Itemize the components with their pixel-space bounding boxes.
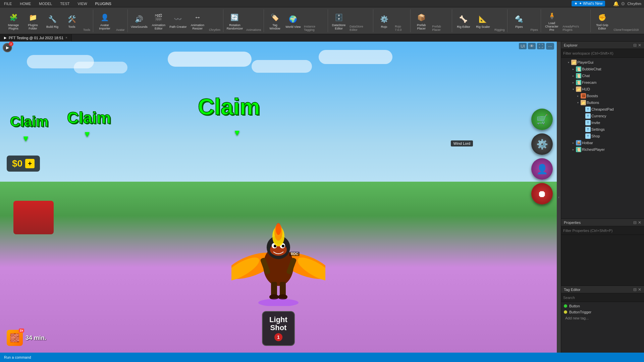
panel-collapse-handle[interactable]: ‹ <box>557 42 561 353</box>
boost-display: 🧱 2x 34 min. <box>7 330 46 346</box>
path-creator-button[interactable]: 〰️ Path Creator <box>169 9 187 32</box>
tag-editor-search-input[interactable] <box>563 293 642 302</box>
tree-item-boosts[interactable]: ▸ 🖼 Boosts <box>561 93 644 99</box>
menu-home[interactable]: HOME <box>18 1 32 6</box>
datastore-editor-button[interactable]: 🗄️ DataStore Editor <box>330 9 347 32</box>
claim-text-left[interactable]: Claim <box>10 114 48 130</box>
manage-plugins-button[interactable]: 🧩 Manage Plugins <box>4 9 23 32</box>
richestplayer-icon: 📜 <box>576 147 581 152</box>
animation-editor-button[interactable]: 🎬 Animation Editor <box>149 9 168 32</box>
tool-grip-editor-button[interactable]: ✊ Tool Grip Editor <box>593 9 611 32</box>
prefab-placer-button[interactable]: 📦 Prefab Placer <box>413 9 430 32</box>
light-shot-button[interactable]: LightShot 1 <box>262 311 295 346</box>
rojo-button[interactable]: ⚙️ Rojo <box>375 9 393 32</box>
tree-item-cheapestpad[interactable]: T CheapestPad <box>561 106 644 113</box>
expand-currency[interactable] <box>581 114 585 118</box>
tree-item-shop[interactable]: T Shop <box>561 133 644 139</box>
menu-plugins[interactable]: PLUGINS <box>94 1 113 6</box>
status-text[interactable]: Run a command <box>4 355 31 359</box>
tree-item-hotbar[interactable]: ▸ 📦 Hotbar <box>561 139 644 146</box>
tag-editor-filter-icon[interactable]: ⊟ <box>633 287 637 292</box>
build-rig-button[interactable]: 🔧 Build Rig <box>43 9 62 32</box>
tag-window-button[interactable]: 🏷️ Tag Window <box>266 9 283 32</box>
tree-item-freecam[interactable]: ▸ 📜 Freecam <box>561 79 644 86</box>
viewport-more-options[interactable]: ··· <box>546 43 554 50</box>
tree-item-bubblechat[interactable]: ▸ 📜 BubbleChat <box>561 66 644 72</box>
menu-model[interactable]: MODEL <box>38 1 53 6</box>
tree-item-playergui[interactable]: ▾ 📁 PlayerGui <box>561 59 644 66</box>
tab-close-button[interactable]: × <box>65 36 67 40</box>
tag-editor-search[interactable] <box>561 293 644 302</box>
expand-shop[interactable] <box>581 134 585 138</box>
menu-view[interactable]: VIEW <box>76 1 88 6</box>
rotation-randomizer-button[interactable]: 🔄 Rotation Randomizer <box>225 9 244 32</box>
expand-hud[interactable]: ▾ <box>571 87 575 91</box>
whats-new-button[interactable]: ★ ✦ What's New <box>572 1 605 6</box>
menu-test[interactable]: TEST <box>59 1 71 6</box>
path-creator-icon: 〰️ <box>173 14 183 24</box>
expand-cheapestpad[interactable] <box>581 107 585 111</box>
expand-hotbar[interactable]: ▸ <box>571 141 575 145</box>
tree-item-buttons[interactable]: ▾ 📁 Buttons <box>561 99 644 106</box>
tools-button[interactable]: 🛠️ Tools <box>62 9 81 32</box>
rig-editor-button[interactable]: 🦴 Rig Editor <box>454 9 473 32</box>
settings-icon[interactable]: ⚙ <box>621 1 625 6</box>
rig-scaler-button[interactable]: 📐 Rig Scaler <box>474 9 492 32</box>
character-svg <box>231 199 325 306</box>
explorer-filter-icon[interactable]: ⊟ <box>633 43 637 48</box>
menu-file[interactable]: FILE <box>3 1 13 6</box>
properties-close-icon[interactable]: ✕ <box>638 220 641 225</box>
add-player-circular-button[interactable]: 👤 <box>531 158 553 180</box>
settings-tree-icon: T <box>585 127 591 132</box>
explorer-search-input[interactable] <box>563 49 642 58</box>
load-character-button[interactable]: 🧍 Load Character Pro <box>543 9 560 32</box>
properties-filter-icon[interactable]: ⊟ <box>633 220 637 225</box>
settings-circular-button[interactable]: ⚙️ <box>531 133 553 155</box>
claim-text-center-left[interactable]: Claim <box>67 109 111 127</box>
animation-resizer-button[interactable]: ↔️ Animation Resizer <box>188 9 207 32</box>
viewsounds-button[interactable]: 🔊 ViewSounds <box>130 9 149 32</box>
expand-freecam[interactable]: ▸ <box>571 80 575 84</box>
shop-circular-button[interactable]: 🛒 <box>531 109 553 130</box>
expand-chat[interactable]: ▸ <box>571 74 575 78</box>
expand-richestplayer[interactable]: ▸ <box>571 147 575 152</box>
record-circular-button[interactable]: ⏺ <box>531 183 553 204</box>
tree-item-currency[interactable]: T Currency <box>561 113 644 119</box>
user-name[interactable]: Chrythm <box>627 2 641 6</box>
expand-playergui[interactable]: ▾ <box>567 60 571 64</box>
world-view-button[interactable]: 🌍 World View <box>284 9 302 32</box>
claim-text-center-right[interactable]: Claim <box>198 94 260 120</box>
expand-buttons[interactable]: ▾ <box>576 101 580 105</box>
tag-item-buttontrigger[interactable]: ButtonTrigger <box>562 309 643 315</box>
rdc-label: RDC <box>289 252 300 256</box>
tree-item-richestplayer[interactable]: ▸ 📜 RichestPlayer <box>561 146 644 153</box>
tree-item-chat[interactable]: ▸ 📜 Chat <box>561 72 644 79</box>
explorer-close-icon[interactable]: ✕ <box>638 43 641 48</box>
currency-add-button[interactable]: + <box>25 159 35 168</box>
viewport-tab[interactable]: ▶ PFT Testing @ 01 Jul 2022 18:51 × <box>0 34 72 42</box>
expand-bubblechat[interactable]: ▸ <box>571 67 575 71</box>
properties-search[interactable] <box>561 226 644 235</box>
currency-label: Currency <box>591 114 606 118</box>
viewport-eye-icon[interactable]: 👁 <box>528 43 536 49</box>
pipes-button[interactable]: 🔩 Pipes <box>509 9 528 32</box>
toolbar-section-rotation: 🔄 Rotation Randomizer Animations <box>224 9 264 32</box>
viewport[interactable]: Claim Claim Claim ▼ ▼ ▼ Wind Lord $0 + <box>0 42 557 353</box>
expand-invite[interactable] <box>581 121 585 125</box>
avatar-importer-button[interactable]: 👤 Avatar Importer <box>95 9 114 32</box>
properties-search-input[interactable] <box>563 226 642 235</box>
explorer-search[interactable] <box>561 49 644 58</box>
add-tag-button[interactable]: Add new tag... <box>562 315 643 321</box>
tag-item-button[interactable]: Button <box>562 303 643 309</box>
viewport-expand-icon[interactable]: ⛶ <box>537 43 545 49</box>
expand-boosts[interactable]: ▸ <box>576 94 580 98</box>
currency-display: $0 + <box>7 156 40 172</box>
tree-item-hud[interactable]: ▾ 📁 HUD <box>561 86 644 93</box>
tree-item-settings[interactable]: T Settings <box>561 126 644 133</box>
viewport-ui-icon[interactable]: UI <box>519 43 527 49</box>
expand-settings[interactable] <box>581 127 585 131</box>
notification-icon[interactable]: 🔔 <box>613 1 619 6</box>
tree-item-invite[interactable]: T Invite <box>561 119 644 126</box>
plugins-folder-button[interactable]: 📁 Plugins Folder <box>23 9 42 32</box>
tag-editor-close-icon[interactable]: ✕ <box>638 287 641 292</box>
